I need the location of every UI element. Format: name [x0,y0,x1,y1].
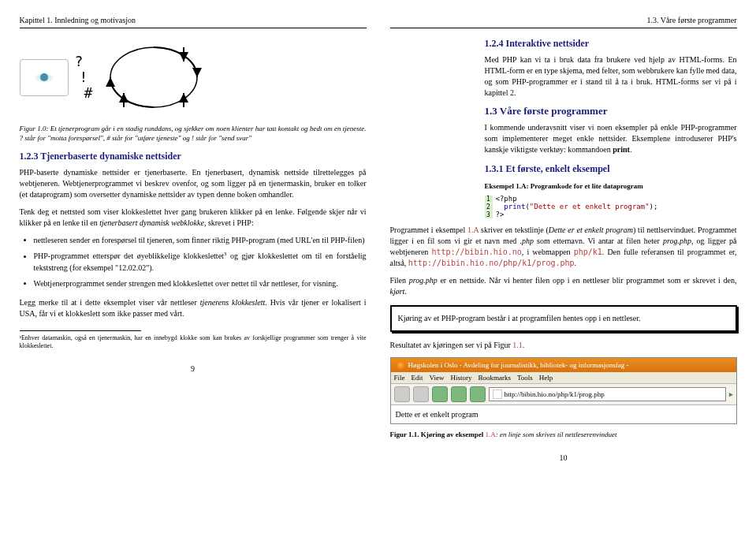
page-number: 9 [20,364,367,373]
browser-content: Dette er et enkelt program [391,405,736,423]
favicon-icon [493,390,502,399]
back-button[interactable] [394,386,410,402]
para-progphp: Filen prog.php er en nettside. Når vi he… [390,275,737,297]
window-title: Høgskolen i Oslo - Avdeling for journali… [408,361,629,369]
para-klokke-intro: Tenk deg et nettsted som viser klokkesle… [20,207,367,229]
header-rule [20,28,367,28]
figure-1-0-caption: Figur 1.0: Et tjenerprogram går i en sta… [20,125,367,143]
menu-item[interactable]: View [430,374,445,382]
menu-item[interactable]: Help [539,374,553,382]
footnote-3: ³Enhver datamaskin, også en tjenermaskin… [20,334,367,351]
para-tjener-klokke: Legg merke til at i dette eksemplet vise… [20,297,367,319]
heading-1-3: 1.3 Våre første programmer [485,105,737,117]
menu-item[interactable]: Tools [517,374,533,382]
heading-1-2-3: 1.2.3 Tjenerbaserte dynamiske nettsider [20,151,367,162]
cycle-marks: ? ! # [75,54,93,100]
heading-1-3-1: 1.3.1 Et første, enkelt eksempel [485,163,737,175]
para-result: Resultatet av kjøringen ser vi på Figur … [390,340,737,351]
para-1-3-intro: I kommende underavsnitt viser vi noen ek… [485,122,737,155]
list-item: Webtjenerprogrammet sender strengen med … [34,278,367,289]
callout-box: Kjøring av et PHP-program består i at pr… [390,305,737,332]
klokke-list: nettleseren sender en forespørsel til tj… [20,235,367,289]
browser-toolbar: http://bibin.hio.no/php/k1/prog.php ▸ [391,384,736,405]
address-bar[interactable]: http://bibin.hio.no/php/k1/prog.php [489,387,726,401]
page-header: 1.3. Våre første programmer [390,16,737,24]
code-example-1a: 1<?php 2 print("Dette er et enkelt progr… [485,195,737,218]
para-1-2-4: Med PHP kan vi ta i bruk data fra bruker… [485,54,737,99]
forward-button[interactable] [413,386,429,402]
menu-item[interactable]: Bookmarks [478,374,511,382]
page-left: Kapittel 1. Innledning og motivasjon ? !… [20,16,367,462]
url-text: http://bibin.hio.no/php/k1/prog.php [505,390,605,398]
eye-image [20,59,69,96]
figure-1-1-caption: Figur 1.1. Kjøring av eksempel 1.A: en l… [390,430,737,440]
header-left: Kapittel 1. Innledning og motivasjon [20,16,136,24]
page-right: 1.3. Våre første programmer 1.2.4 Intera… [390,16,737,462]
para-exA-desc: Programmet i eksempel 1.A skriver en tek… [390,225,737,269]
page-number: 10 [390,453,737,462]
list-item: nettleseren sender en forespørsel til tj… [34,235,367,246]
browser-screenshot: Høgskolen i Oslo - Avdeling for journali… [390,357,737,424]
browser-titlebar: Høgskolen i Oslo - Avdeling for journali… [391,358,736,372]
go-arrow-icon[interactable]: ▸ [729,390,733,398]
browser-menubar: FileEditViewHistoryBookmarksToolsHelp [391,372,736,384]
stop-button[interactable] [451,386,467,402]
page-header: Kapittel 1. Innledning og motivasjon [20,16,367,24]
heading-1-2-4: 1.2.4 Interaktive nettsider [485,38,737,50]
list-item: PHP-programmet etterspør det øyeblikkeli… [34,251,367,273]
header-rule [390,28,737,28]
figure-1-0: ? ! # [20,38,367,117]
reload-button[interactable] [432,386,448,402]
example-1a-label: Eksempel 1.A: Programkode for et lite da… [485,181,737,192]
menu-item[interactable]: Edit [412,374,423,382]
firefox-icon [396,360,405,370]
cycle-diagram [99,38,209,117]
home-button[interactable] [470,386,486,402]
menu-item[interactable]: History [450,374,471,382]
header-right: 1.3. Våre første programmer [647,16,737,24]
menu-item[interactable]: File [394,374,405,382]
para-php-tjener: PHP-baserte dynamiske nettsider er tjene… [20,167,367,200]
